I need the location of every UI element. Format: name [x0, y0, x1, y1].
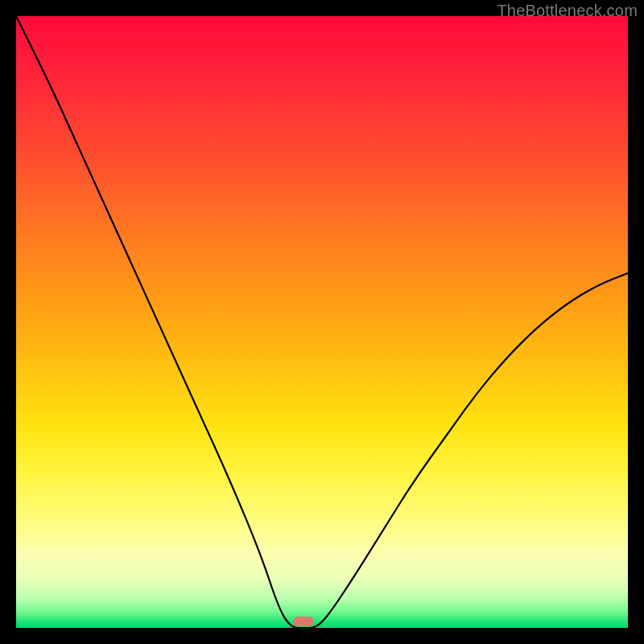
bottleneck-curve	[16, 16, 628, 628]
optimal-point-marker	[293, 617, 314, 626]
chart-frame: TheBottleneck.com	[0, 0, 644, 644]
plot-area	[16, 16, 628, 628]
curve-svg	[16, 16, 628, 628]
